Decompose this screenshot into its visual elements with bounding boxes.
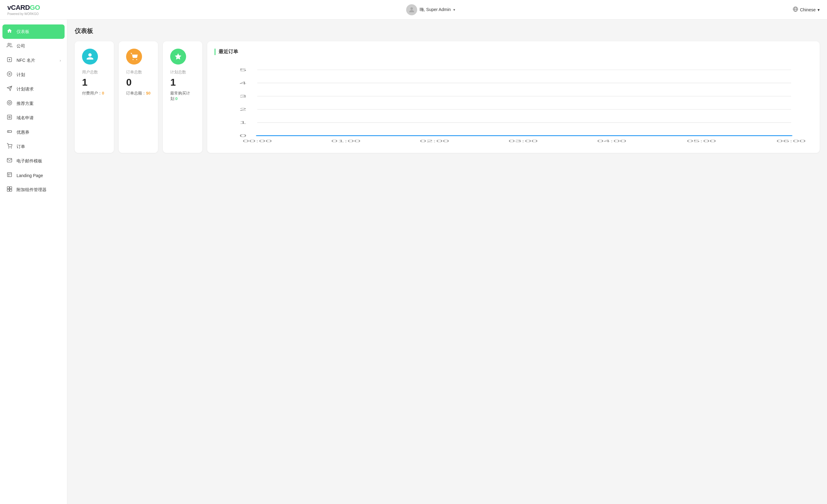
- addon-icon: [6, 186, 13, 193]
- header: vCARDGO Powered by WORKGO 嗨, Super Admin…: [0, 0, 827, 19]
- orders-icon-wrap: [126, 49, 142, 64]
- sidebar-label-addon: 附加组件管理器: [16, 187, 61, 193]
- svg-text:3: 3: [239, 94, 246, 99]
- svg-text:4: 4: [239, 81, 246, 85]
- sidebar-label-order: 订单: [16, 144, 61, 150]
- chart-container: 0 1 2 3 4 5 00:00 01:00 02:00 03:00 04:0…: [214, 60, 812, 146]
- coupon-icon: [6, 129, 13, 136]
- nfc-expand-icon: ›: [60, 58, 61, 63]
- sidebar-item-email-template[interactable]: 电子邮件模板: [0, 154, 67, 168]
- stat-cards-container: 用户总数 1 付费用户：0 订单总数 0: [75, 41, 202, 153]
- svg-text:04:00: 04:00: [597, 139, 626, 143]
- svg-text:00:00: 00:00: [242, 139, 272, 143]
- sidebar-label-coupon: 优惠券: [16, 130, 61, 135]
- users-value: 1: [82, 77, 106, 88]
- landing-page-icon: [6, 172, 13, 179]
- user-menu[interactable]: 嗨, Super Admin ▾: [406, 4, 455, 15]
- plans-value: 1: [170, 77, 195, 88]
- svg-point-8: [7, 101, 12, 105]
- order-icon: [6, 143, 13, 150]
- referral-icon: [6, 100, 13, 107]
- email-icon: [6, 158, 13, 165]
- sidebar-label-referral: 推荐方案: [16, 101, 61, 106]
- svg-text:06:00: 06:00: [776, 139, 806, 143]
- language-selector[interactable]: Chinese ▾: [793, 6, 820, 13]
- sidebar: 仪表板 公司 NFC 名片 ›: [0, 19, 67, 504]
- svg-point-13: [11, 148, 12, 148]
- svg-point-19: [133, 59, 134, 60]
- sidebar-item-plan-request[interactable]: 计划请求: [0, 82, 67, 96]
- svg-text:0: 0: [239, 133, 246, 138]
- users-footer-value: 0: [102, 91, 104, 96]
- svg-text:1: 1: [239, 120, 246, 125]
- sidebar-item-landing-page[interactable]: Landing Page: [0, 168, 67, 182]
- chart-panel: 最近订单 0 1 2: [207, 41, 820, 153]
- sidebar-item-domain[interactable]: 域名申请: [0, 111, 67, 125]
- lang-chevron-icon: ▾: [818, 7, 820, 12]
- svg-text:01:00: 01:00: [331, 139, 360, 143]
- plans-footer-value: 0: [176, 96, 178, 101]
- svg-text:03:00: 03:00: [508, 139, 538, 143]
- svg-point-0: [410, 7, 413, 10]
- svg-text:2: 2: [239, 107, 246, 112]
- svg-point-7: [9, 73, 10, 75]
- orders-footer-label: 订单总额：: [126, 91, 146, 96]
- orders-value: 0: [126, 77, 151, 88]
- svg-text:02:00: 02:00: [420, 139, 449, 143]
- plans-sub-label: 计划总数: [170, 69, 195, 75]
- content-area: 用户总数 1 付费用户：0 订单总数 0: [75, 41, 820, 153]
- chart-title: 最近订单: [214, 49, 812, 55]
- sidebar-item-nfc[interactable]: NFC 名片 ›: [0, 53, 67, 68]
- stat-card-orders: 订单总数 0 订单总额：$0: [119, 41, 158, 153]
- sidebar-label-nfc: NFC 名片: [16, 58, 56, 63]
- sidebar-label-plan: 计划: [16, 72, 61, 78]
- sidebar-item-referral[interactable]: 推荐方案: [0, 96, 67, 111]
- svg-point-12: [9, 148, 9, 148]
- plans-footer: 最常购买计划:0: [170, 91, 195, 102]
- layout: 仪表板 公司 NFC 名片 ›: [0, 19, 827, 504]
- username-label: 嗨, Super Admin: [420, 7, 451, 12]
- home-icon: [6, 28, 13, 35]
- avatar: [406, 4, 417, 15]
- logo-powered: Powered by WORKGO: [7, 12, 40, 16]
- sidebar-label-email-template: 电子邮件模板: [16, 158, 61, 164]
- users-sub-label: 用户总数: [82, 69, 106, 75]
- language-label: Chinese: [800, 7, 816, 12]
- svg-rect-10: [7, 115, 12, 119]
- plans-footer-label: 最常购买计划:: [170, 91, 190, 101]
- svg-point-6: [7, 72, 12, 76]
- users-footer: 付费用户：0: [82, 91, 106, 96]
- sidebar-label-domain: 域名申请: [16, 115, 61, 121]
- sidebar-item-plan[interactable]: 计划: [0, 68, 67, 82]
- stat-card-plans: 计划总数 1 最常购买计划:0: [163, 41, 202, 153]
- sidebar-item-company[interactable]: 公司: [0, 39, 67, 53]
- svg-point-4: [8, 43, 10, 45]
- sidebar-item-dashboard[interactable]: 仪表板: [2, 24, 64, 39]
- orders-footer: 订单总额：$0: [126, 91, 151, 96]
- svg-rect-17: [7, 189, 9, 191]
- logo-area: vCARDGO Powered by WORKGO: [7, 4, 68, 16]
- svg-text:5: 5: [239, 68, 246, 72]
- plan-request-icon: [6, 86, 13, 93]
- sidebar-label-company: 公司: [16, 44, 61, 49]
- svg-point-9: [9, 102, 10, 104]
- svg-rect-18: [10, 189, 12, 191]
- svg-rect-15: [7, 187, 9, 189]
- sidebar-item-order[interactable]: 订单: [0, 139, 67, 154]
- logo: vCARDGO: [7, 4, 40, 12]
- domain-icon: [6, 114, 13, 121]
- globe-icon: [793, 6, 798, 13]
- sidebar-label-dashboard: 仪表板: [16, 29, 61, 35]
- svg-rect-16: [10, 187, 12, 189]
- users-icon-wrap: [82, 49, 98, 64]
- svg-point-20: [136, 59, 137, 60]
- plan-icon: [6, 71, 13, 78]
- orders-sub-label: 订单总数: [126, 69, 151, 75]
- users-footer-label: 付费用户：: [82, 91, 102, 96]
- sidebar-item-addon[interactable]: 附加组件管理器: [0, 182, 67, 197]
- svg-rect-14: [7, 172, 12, 177]
- sidebar-item-coupon[interactable]: 优惠券: [0, 125, 67, 139]
- main-content: 仪表板 用户总数 1 付费用户：0: [67, 19, 827, 504]
- nfc-icon: [6, 57, 13, 64]
- plans-icon-wrap: [170, 49, 186, 64]
